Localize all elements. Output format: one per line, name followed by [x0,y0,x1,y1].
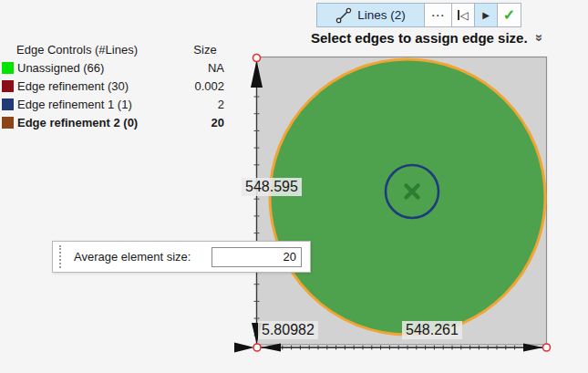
average-element-size-dialog: Average element size: [52,241,311,273]
height-dimension-label: 548.595 [242,178,302,196]
average-element-size-label: Average element size: [74,250,191,264]
vertex-marker-bottom-right[interactable] [543,344,551,351]
offset-dimension-label: 5.80982 [258,321,318,339]
edge-size-tool-window: Lines (2) ⋯ ◁ ▶ ✓ Select edges to assign… [0,0,588,373]
width-dimension-label: 548.261 [402,321,462,339]
drag-handle-icon[interactable] [59,245,62,268]
x-axis-arrow-icon [234,343,254,353]
vertex-marker-top-left[interactable] [253,55,261,62]
average-element-size-input[interactable] [211,247,302,267]
vertex-marker-origin[interactable] [253,344,261,351]
